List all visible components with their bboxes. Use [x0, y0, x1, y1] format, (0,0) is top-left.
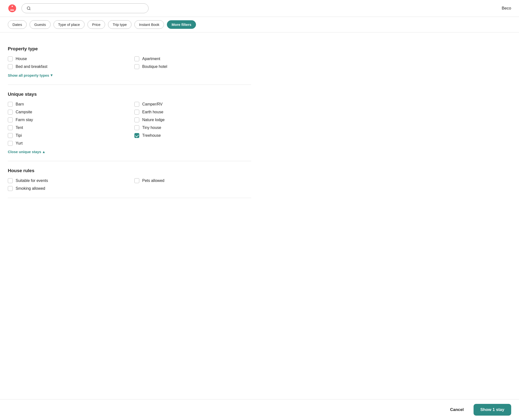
- main-content: Property type House Apartment Bed and br…: [0, 32, 259, 227]
- house-rules-section: House rules Suitable for events Pets all…: [8, 161, 251, 198]
- show-all-property-types-link[interactable]: Show all property types ▾: [8, 73, 53, 77]
- checkbox-earth-house[interactable]: Earth house: [134, 110, 251, 115]
- checkbox-camper-rv[interactable]: Camper/RV: [134, 102, 251, 107]
- checkbox-smoking-allowed-input[interactable]: [8, 186, 13, 191]
- chevron-up-icon: ▴: [43, 150, 45, 154]
- checkbox-farm-stay[interactable]: Farm stay: [8, 117, 125, 122]
- header: Bend, OR · Homes & Boutique Hotels Beco: [0, 0, 519, 17]
- svg-line-1: [30, 9, 30, 10]
- checkbox-house-label: House: [16, 57, 27, 61]
- airbnb-logo: [8, 4, 17, 13]
- close-unique-label: Close unique stays: [8, 150, 41, 154]
- property-type-section: Property type House Apartment Bed and br…: [8, 39, 251, 85]
- checkbox-campsite-input[interactable]: [8, 110, 13, 115]
- checkbox-earth-house-input[interactable]: [134, 110, 139, 115]
- checkbox-nature-lodge[interactable]: Nature lodge: [134, 117, 251, 122]
- checkbox-bed-breakfast-input[interactable]: [8, 64, 13, 69]
- checkbox-tiny-house-input[interactable]: [134, 125, 139, 130]
- checkbox-farm-stay-input[interactable]: [8, 117, 13, 122]
- cancel-button[interactable]: Cancel: [445, 404, 469, 415]
- filter-guests[interactable]: Guests: [30, 20, 51, 29]
- checkbox-boutique-hotel[interactable]: Boutique hotel: [134, 64, 251, 69]
- checkbox-tent[interactable]: Tent: [8, 125, 125, 130]
- checkbox-bed-breakfast-label: Bed and breakfast: [16, 64, 47, 69]
- user-label: Beco: [502, 6, 511, 11]
- checkbox-treehouse-input[interactable]: [134, 133, 139, 138]
- checkbox-yurt-input[interactable]: [8, 141, 13, 146]
- property-type-title: Property type: [8, 46, 251, 52]
- checkbox-yurt[interactable]: Yurt: [8, 141, 125, 146]
- unique-stays-title: Unique stays: [8, 92, 251, 97]
- house-rules-empty: [134, 186, 251, 191]
- checkbox-bed-breakfast[interactable]: Bed and breakfast: [8, 64, 125, 69]
- checkbox-campsite[interactable]: Campsite: [8, 110, 125, 115]
- empty-placeholder: [134, 141, 251, 146]
- checkbox-house[interactable]: House: [8, 56, 125, 61]
- chevron-down-icon: ▾: [51, 73, 53, 77]
- checkbox-tipi-label: Tipi: [16, 133, 22, 138]
- checkbox-pets-allowed[interactable]: Pets allowed: [134, 178, 251, 183]
- checkbox-barn-input[interactable]: [8, 102, 13, 107]
- house-rules-grid: Suitable for events Pets allowed Smoking…: [8, 178, 251, 191]
- checkbox-camper-rv-label: Camper/RV: [142, 102, 162, 106]
- unique-stays-section: Unique stays Barn Camper/RV Campsite Ear…: [8, 85, 251, 161]
- show-all-label: Show all property types: [8, 73, 49, 77]
- checkbox-farm-stay-label: Farm stay: [16, 118, 33, 122]
- search-input[interactable]: Bend, OR · Homes & Boutique Hotels: [33, 6, 143, 10]
- checkbox-tiny-house[interactable]: Tiny house: [134, 125, 251, 130]
- checkbox-camper-rv-input[interactable]: [134, 102, 139, 107]
- filter-trip-type[interactable]: Trip type: [108, 20, 131, 29]
- filter-price[interactable]: Price: [87, 20, 105, 29]
- checkbox-suitable-events-input[interactable]: [8, 178, 13, 183]
- checkbox-suitable-events-label: Suitable for events: [16, 178, 48, 183]
- filter-dates[interactable]: Dates: [8, 20, 27, 29]
- close-unique-stays-link[interactable]: Close unique stays ▴: [8, 150, 45, 154]
- checkbox-pets-allowed-label: Pets allowed: [142, 178, 164, 183]
- filter-type-of-place[interactable]: Type of place: [54, 20, 85, 29]
- filter-instant-book[interactable]: Instant Book: [134, 20, 164, 29]
- checkbox-barn-label: Barn: [16, 102, 24, 106]
- search-bar[interactable]: Bend, OR · Homes & Boutique Hotels: [22, 3, 149, 13]
- checkbox-treehouse-label: Treehouse: [142, 133, 161, 138]
- filter-more-filters[interactable]: More filters: [167, 20, 196, 29]
- checkbox-apartment-input[interactable]: [134, 56, 139, 61]
- checkbox-yurt-label: Yurt: [16, 141, 22, 146]
- checkbox-apartment-label: Apartment: [142, 57, 160, 61]
- search-icon: [27, 6, 31, 10]
- checkbox-tiny-house-label: Tiny house: [142, 126, 161, 130]
- filter-bar: Dates Guests Type of place Price Trip ty…: [0, 17, 519, 32]
- checkbox-smoking-allowed-label: Smoking allowed: [16, 186, 45, 191]
- checkbox-treehouse[interactable]: Treehouse: [134, 133, 251, 138]
- checkbox-pets-allowed-input[interactable]: [134, 178, 139, 183]
- checkbox-apartment[interactable]: Apartment: [134, 56, 251, 61]
- checkbox-tipi-input[interactable]: [8, 133, 13, 138]
- checkbox-nature-lodge-label: Nature lodge: [142, 118, 165, 122]
- house-rules-title: House rules: [8, 168, 251, 173]
- checkbox-tent-input[interactable]: [8, 125, 13, 130]
- unique-stays-grid: Barn Camper/RV Campsite Earth house Farm…: [8, 102, 251, 146]
- checkbox-smoking-allowed[interactable]: Smoking allowed: [8, 186, 125, 191]
- checkbox-boutique-hotel-label: Boutique hotel: [142, 64, 167, 69]
- footer: Cancel Show 1 stay: [0, 399, 519, 420]
- checkbox-campsite-label: Campsite: [16, 110, 32, 114]
- checkbox-earth-house-label: Earth house: [142, 110, 163, 114]
- checkbox-suitable-events[interactable]: Suitable for events: [8, 178, 125, 183]
- checkbox-nature-lodge-input[interactable]: [134, 117, 139, 122]
- checkbox-tent-label: Tent: [16, 126, 23, 130]
- checkbox-boutique-hotel-input[interactable]: [134, 64, 139, 69]
- show-stays-button[interactable]: Show 1 stay: [474, 404, 511, 416]
- checkbox-house-input[interactable]: [8, 56, 13, 61]
- checkbox-tipi[interactable]: Tipi: [8, 133, 125, 138]
- property-type-grid: House Apartment Bed and breakfast Boutiq…: [8, 56, 251, 69]
- checkbox-barn[interactable]: Barn: [8, 102, 125, 107]
